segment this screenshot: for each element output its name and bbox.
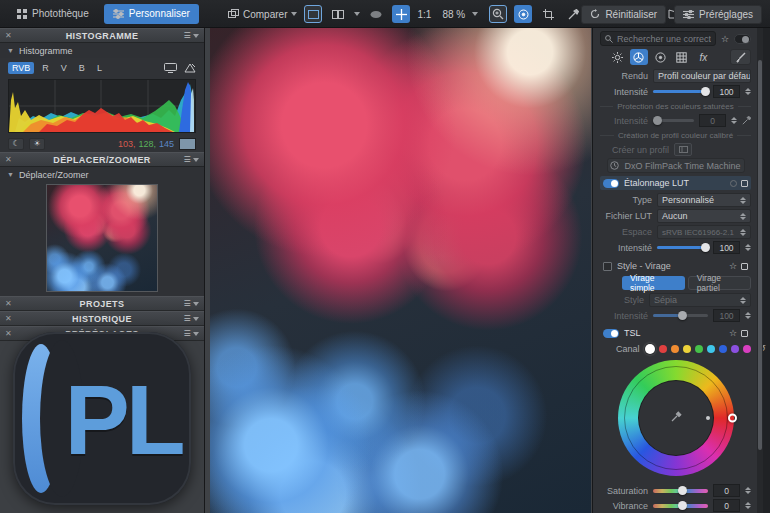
lut-section-header[interactable]: Étalonnage LUT — [600, 176, 751, 190]
wheel-hue-handle[interactable] — [728, 414, 737, 423]
stepper-control[interactable] — [745, 88, 751, 95]
ratio-label[interactable]: 1:1 — [417, 9, 431, 20]
intensity-value[interactable]: 100 — [713, 85, 740, 98]
local-adjustments-button[interactable] — [514, 5, 532, 23]
hsl-dot-orange[interactable] — [671, 345, 679, 353]
panel-menu-icon[interactable]: ☰ — [183, 299, 199, 308]
toning-partial-button[interactable]: Virage partiel — [688, 276, 751, 290]
histogram-chart[interactable] — [8, 79, 196, 133]
hsl-dot-purple[interactable] — [731, 345, 739, 353]
close-icon[interactable]: ✕ — [5, 155, 12, 164]
channel-rvb-button[interactable]: RVB — [8, 62, 34, 74]
tab-customize[interactable]: Personnaliser — [104, 4, 199, 24]
lut-file-select[interactable]: Aucun — [657, 209, 751, 223]
crop-tool-button[interactable] — [539, 5, 557, 23]
toning-intensity-slider[interactable] — [653, 314, 708, 317]
search-box[interactable] — [600, 31, 716, 46]
histogram-panel-header[interactable]: ✕ HISTOGRAMME ☰ — [0, 28, 204, 43]
monitor-icon[interactable] — [164, 63, 177, 73]
hsl-dot-green[interactable] — [695, 345, 703, 353]
hsl-preset-icon[interactable] — [741, 330, 748, 337]
create-profile-button[interactable] — [674, 143, 692, 156]
navigator-thumbnail[interactable] — [46, 184, 158, 292]
hsl-dot-blue[interactable] — [719, 345, 727, 353]
white-balance-eyedropper-button[interactable] — [564, 5, 582, 23]
photo-canvas[interactable] — [210, 28, 591, 513]
stepper-control[interactable] — [745, 312, 751, 319]
move-tool-button[interactable] — [392, 5, 410, 23]
lut-reset-icon[interactable] — [730, 180, 737, 187]
stepper-control[interactable] — [745, 244, 751, 251]
favorites-star-icon[interactable]: ☆ — [721, 34, 729, 44]
close-icon[interactable]: ✕ — [5, 314, 12, 323]
toning-style-select[interactable]: Sépia — [649, 293, 751, 307]
hand-tool-button[interactable] — [367, 5, 385, 23]
tab-library[interactable]: Photothèque — [8, 4, 98, 24]
close-icon[interactable]: ✕ — [5, 31, 12, 40]
highlight-clipping-button[interactable]: ☀ — [29, 138, 45, 150]
single-view-button[interactable] — [304, 5, 322, 23]
hsl-dot-magenta[interactable] — [743, 345, 751, 353]
mover-panel-header[interactable]: ✕ DÉPLACER/ZOOMER ☰ — [0, 152, 204, 167]
lut-type-select[interactable]: Personnalisé — [657, 193, 751, 207]
close-icon[interactable]: ✕ — [5, 329, 12, 338]
tab-color[interactable] — [630, 49, 649, 65]
history-panel-header[interactable]: ✕ HISTORIQUE ☰ — [0, 311, 204, 326]
histogram-subheader[interactable]: ▼ Histogramme — [0, 43, 204, 58]
toning-enable-checkbox[interactable] — [603, 262, 612, 271]
scrollbar-thumb[interactable] — [758, 60, 762, 450]
wheel-eyedropper-icon[interactable] — [670, 411, 682, 425]
hue-color-wheel[interactable] — [618, 360, 734, 476]
tab-effects[interactable]: fx — [694, 49, 713, 65]
tab-geometry[interactable] — [673, 49, 692, 65]
channel-v-button[interactable]: V — [57, 62, 71, 74]
split-view-button[interactable] — [329, 5, 347, 23]
hsl-dot-cyan[interactable] — [707, 345, 715, 353]
hsl-dot-yellow[interactable] — [683, 345, 691, 353]
toning-star-icon[interactable]: ☆ — [729, 261, 737, 271]
toning-preset-icon[interactable] — [741, 263, 748, 270]
lut-intensity-value[interactable]: 100 — [713, 241, 740, 254]
eyedropper-icon[interactable] — [742, 116, 751, 125]
lut-preset-icon[interactable] — [741, 180, 748, 187]
lut-space-select[interactable]: sRVB IEC61966-2.1 — [657, 225, 751, 239]
lut-intensity-slider[interactable] — [657, 246, 708, 249]
panel-menu-icon[interactable]: ☰ — [183, 31, 199, 40]
chevron-down-icon[interactable] — [354, 12, 360, 16]
hsl-star-icon[interactable]: ☆ — [729, 328, 737, 338]
local-adjustments-brush-button[interactable] — [730, 49, 751, 65]
channel-r-button[interactable]: R — [38, 62, 53, 74]
toning-section-header[interactable]: Style - Virage ☆ — [600, 259, 751, 273]
shadow-clipping-button[interactable]: ☾ — [8, 138, 24, 150]
toning-intensity-value[interactable]: 100 — [713, 309, 740, 322]
search-input[interactable] — [617, 34, 711, 44]
zoom-loupe-button[interactable] — [489, 5, 507, 23]
presets-button[interactable]: Préréglages — [674, 5, 762, 24]
rendering-select[interactable]: Profil couleur par défaut — [653, 69, 751, 83]
tab-detail[interactable] — [651, 49, 670, 65]
channel-b-button[interactable]: B — [75, 62, 89, 74]
channel-l-button[interactable]: L — [93, 62, 106, 74]
hsl-section-header[interactable]: TSL ☆ — [600, 326, 751, 340]
reset-button[interactable]: Réinitialiser — [581, 5, 666, 24]
softproof-icon[interactable] — [184, 63, 196, 73]
hsl-dot-red[interactable] — [659, 345, 667, 353]
panel-menu-icon[interactable]: ☰ — [183, 155, 199, 164]
stepper-control[interactable] — [745, 502, 751, 509]
hsl-enable-toggle[interactable] — [603, 329, 619, 338]
intensity-slider[interactable] — [653, 90, 708, 93]
protection-intensity-slider[interactable] — [653, 119, 694, 122]
filmpack-time-machine-button[interactable]: DxO FilmPack Time Machine — [607, 158, 745, 173]
chevron-down-icon[interactable] — [472, 12, 478, 16]
saturation-value[interactable]: 0 — [713, 484, 740, 497]
saturation-slider[interactable] — [653, 489, 708, 493]
tab-light[interactable] — [608, 49, 627, 65]
panel-menu-icon[interactable]: ☰ — [183, 329, 199, 338]
compare-button[interactable]: Comparer — [228, 9, 297, 20]
right-panel-scrollbar[interactable] — [757, 28, 763, 513]
toning-simple-button[interactable]: Virage simple — [622, 276, 685, 290]
stepper-control[interactable] — [731, 117, 737, 124]
lut-enable-toggle[interactable] — [603, 179, 619, 188]
hsl-dot-white[interactable] — [645, 344, 655, 354]
mover-subheader[interactable]: ▼ Déplacer/Zoomer — [0, 167, 204, 182]
